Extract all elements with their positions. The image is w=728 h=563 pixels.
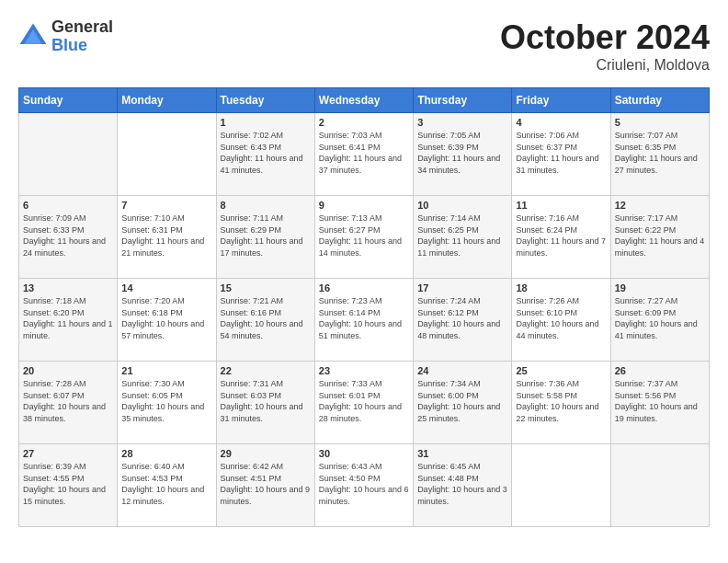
day-info: Sunrise: 7:24 AMSunset: 6:12 PMDaylight:…: [417, 295, 507, 341]
header-monday: Monday: [118, 88, 216, 113]
day-number: 17: [417, 282, 507, 293]
calendar-week-row: 20Sunrise: 7:28 AMSunset: 6:07 PMDayligh…: [19, 362, 710, 444]
day-info: Sunrise: 7:37 AMSunset: 5:56 PMDaylight:…: [615, 378, 705, 424]
day-info: Sunrise: 7:10 AMSunset: 6:31 PMDaylight:…: [121, 213, 211, 259]
location-text: Criuleni, Moldova: [500, 57, 710, 74]
calendar-week-row: 13Sunrise: 7:18 AMSunset: 6:20 PMDayligh…: [19, 279, 710, 362]
day-info: Sunrise: 7:27 AMSunset: 6:09 PMDaylight:…: [615, 295, 705, 341]
day-number: 11: [516, 200, 606, 211]
day-number: 19: [615, 282, 705, 293]
logo-icon: [18, 22, 48, 52]
day-info: Sunrise: 7:33 AMSunset: 6:01 PMDaylight:…: [319, 378, 409, 424]
month-year-title: October 2024: [500, 18, 710, 57]
day-info: Sunrise: 7:06 AMSunset: 6:37 PMDaylight:…: [516, 130, 606, 176]
logo-blue-text: Blue: [51, 37, 113, 55]
calendar-day-3: 3Sunrise: 7:05 AMSunset: 6:39 PMDaylight…: [414, 113, 512, 196]
day-info: Sunrise: 7:31 AMSunset: 6:03 PMDaylight:…: [221, 378, 311, 424]
calendar-day-30: 30Sunrise: 6:43 AMSunset: 4:50 PMDayligh…: [314, 444, 413, 527]
day-info: Sunrise: 7:09 AMSunset: 6:33 PMDaylight:…: [23, 213, 113, 259]
day-number: 26: [615, 365, 705, 376]
title-block: October 2024 Criuleni, Moldova: [500, 18, 710, 74]
calendar-header-row: SundayMondayTuesdayWednesdayThursdayFrid…: [19, 88, 710, 113]
day-number: 6: [23, 200, 113, 211]
calendar-day-1: 1Sunrise: 7:02 AMSunset: 6:43 PMDaylight…: [216, 113, 314, 196]
header-friday: Friday: [512, 88, 610, 113]
logo: General Blue: [18, 18, 113, 55]
calendar-day-15: 15Sunrise: 7:21 AMSunset: 6:16 PMDayligh…: [216, 279, 314, 362]
calendar-week-row: 6Sunrise: 7:09 AMSunset: 6:33 PMDaylight…: [19, 196, 710, 279]
calendar-day-27: 27Sunrise: 6:39 AMSunset: 4:55 PMDayligh…: [19, 444, 118, 527]
day-number: 29: [221, 448, 311, 459]
calendar-table: SundayMondayTuesdayWednesdayThursdayFrid…: [18, 87, 710, 527]
day-number: 15: [221, 282, 311, 293]
calendar-week-row: 27Sunrise: 6:39 AMSunset: 4:55 PMDayligh…: [19, 444, 710, 527]
day-info: Sunrise: 6:43 AMSunset: 4:50 PMDaylight:…: [319, 461, 409, 507]
calendar-day-21: 21Sunrise: 7:30 AMSunset: 6:05 PMDayligh…: [118, 362, 216, 444]
day-number: 14: [121, 282, 211, 293]
day-number: 3: [417, 117, 507, 128]
day-number: 5: [615, 117, 705, 128]
day-info: Sunrise: 7:30 AMSunset: 6:05 PMDaylight:…: [121, 378, 211, 424]
day-info: Sunrise: 7:20 AMSunset: 6:18 PMDaylight:…: [121, 295, 211, 341]
calendar-day-2: 2Sunrise: 7:03 AMSunset: 6:41 PMDaylight…: [314, 113, 413, 196]
header-sunday: Sunday: [19, 88, 118, 113]
day-info: Sunrise: 7:16 AMSunset: 6:24 PMDaylight:…: [516, 213, 606, 259]
calendar-day-28: 28Sunrise: 6:40 AMSunset: 4:53 PMDayligh…: [118, 444, 216, 527]
day-number: 4: [516, 117, 606, 128]
day-number: 24: [417, 365, 507, 376]
calendar-empty-cell: [512, 444, 610, 527]
day-number: 22: [221, 365, 311, 376]
day-info: Sunrise: 7:02 AMSunset: 6:43 PMDaylight:…: [221, 130, 311, 176]
calendar-empty-cell: [610, 444, 709, 527]
calendar-day-29: 29Sunrise: 6:42 AMSunset: 4:51 PMDayligh…: [216, 444, 314, 527]
day-number: 9: [319, 200, 409, 211]
day-number: 7: [121, 200, 211, 211]
day-number: 13: [23, 282, 113, 293]
day-number: 23: [319, 365, 409, 376]
calendar-day-10: 10Sunrise: 7:14 AMSunset: 6:25 PMDayligh…: [414, 196, 512, 279]
calendar-day-20: 20Sunrise: 7:28 AMSunset: 6:07 PMDayligh…: [19, 362, 118, 444]
day-number: 30: [319, 448, 409, 459]
day-info: Sunrise: 7:07 AMSunset: 6:35 PMDaylight:…: [615, 130, 705, 176]
calendar-day-23: 23Sunrise: 7:33 AMSunset: 6:01 PMDayligh…: [314, 362, 413, 444]
page-header: General Blue October 2024 Criuleni, Mold…: [18, 18, 710, 74]
calendar-day-22: 22Sunrise: 7:31 AMSunset: 6:03 PMDayligh…: [216, 362, 314, 444]
header-tuesday: Tuesday: [216, 88, 314, 113]
calendar-day-18: 18Sunrise: 7:26 AMSunset: 6:10 PMDayligh…: [512, 279, 610, 362]
day-info: Sunrise: 7:13 AMSunset: 6:27 PMDaylight:…: [319, 213, 409, 259]
day-info: Sunrise: 7:17 AMSunset: 6:22 PMDaylight:…: [615, 213, 705, 259]
logo-general-text: General: [51, 18, 113, 37]
header-saturday: Saturday: [610, 88, 709, 113]
calendar-week-row: 1Sunrise: 7:02 AMSunset: 6:43 PMDaylight…: [19, 113, 710, 196]
day-number: 16: [319, 282, 409, 293]
calendar-day-26: 26Sunrise: 7:37 AMSunset: 5:56 PMDayligh…: [610, 362, 709, 444]
calendar-day-9: 9Sunrise: 7:13 AMSunset: 6:27 PMDaylight…: [314, 196, 413, 279]
header-wednesday: Wednesday: [314, 88, 413, 113]
calendar-day-14: 14Sunrise: 7:20 AMSunset: 6:18 PMDayligh…: [118, 279, 216, 362]
calendar-day-24: 24Sunrise: 7:34 AMSunset: 6:00 PMDayligh…: [414, 362, 512, 444]
day-info: Sunrise: 7:26 AMSunset: 6:10 PMDaylight:…: [516, 295, 606, 341]
day-number: 12: [615, 200, 705, 211]
header-thursday: Thursday: [414, 88, 512, 113]
calendar-day-25: 25Sunrise: 7:36 AMSunset: 5:58 PMDayligh…: [512, 362, 610, 444]
day-number: 1: [221, 117, 311, 128]
calendar-day-8: 8Sunrise: 7:11 AMSunset: 6:29 PMDaylight…: [216, 196, 314, 279]
day-info: Sunrise: 7:11 AMSunset: 6:29 PMDaylight:…: [221, 213, 311, 259]
day-number: 18: [516, 282, 606, 293]
day-number: 25: [516, 365, 606, 376]
day-info: Sunrise: 6:42 AMSunset: 4:51 PMDaylight:…: [221, 461, 311, 507]
day-number: 2: [319, 117, 409, 128]
day-info: Sunrise: 6:39 AMSunset: 4:55 PMDaylight:…: [23, 461, 113, 507]
calendar-day-5: 5Sunrise: 7:07 AMSunset: 6:35 PMDaylight…: [610, 113, 709, 196]
day-info: Sunrise: 6:40 AMSunset: 4:53 PMDaylight:…: [121, 461, 211, 507]
day-number: 21: [121, 365, 211, 376]
calendar-empty-cell: [118, 113, 216, 196]
day-info: Sunrise: 7:18 AMSunset: 6:20 PMDaylight:…: [23, 295, 113, 341]
calendar-day-19: 19Sunrise: 7:27 AMSunset: 6:09 PMDayligh…: [610, 279, 709, 362]
day-info: Sunrise: 7:34 AMSunset: 6:00 PMDaylight:…: [417, 378, 507, 424]
calendar-day-11: 11Sunrise: 7:16 AMSunset: 6:24 PMDayligh…: [512, 196, 610, 279]
calendar-empty-cell: [19, 113, 118, 196]
calendar-day-16: 16Sunrise: 7:23 AMSunset: 6:14 PMDayligh…: [314, 279, 413, 362]
day-info: Sunrise: 7:36 AMSunset: 5:58 PMDaylight:…: [516, 378, 606, 424]
day-info: Sunrise: 7:21 AMSunset: 6:16 PMDaylight:…: [221, 295, 311, 341]
